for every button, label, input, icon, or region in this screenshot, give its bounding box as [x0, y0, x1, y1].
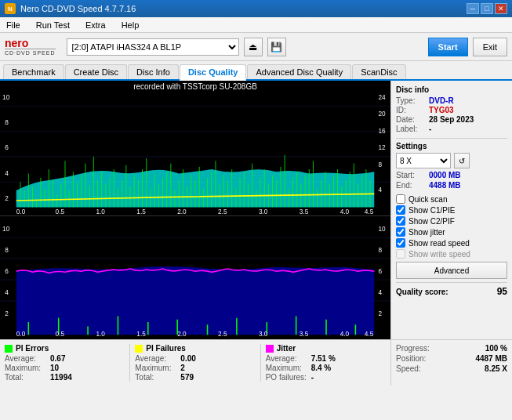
progress-label: Progress: — [396, 344, 430, 353]
pi-errors-avg-row: Average: 0.67 — [5, 354, 125, 363]
svg-text:4.5: 4.5 — [365, 331, 374, 339]
menu-run-test[interactable]: Run Test — [33, 20, 73, 31]
svg-text:4: 4 — [5, 168, 9, 176]
show-jitter-label: Show jitter — [409, 228, 445, 237]
settings-section: Settings 8 X ↺ Start: 0000 MB End: 4488 … — [396, 142, 507, 190]
show-read-speed-label: Show read speed — [409, 239, 470, 248]
exit-button[interactable]: Exit — [473, 38, 507, 56]
pi-errors-max-value: 10 — [50, 364, 59, 372]
svg-text:4.5: 4.5 — [365, 208, 374, 215]
eject-button[interactable]: ⏏ — [244, 38, 263, 56]
jitter-po-row: PO failures: - — [266, 373, 386, 382]
quality-score-row: Quality score: 95 — [396, 286, 507, 297]
pi-failures-title: PI Failures — [146, 344, 186, 353]
nero-logo-text: nero — [5, 38, 56, 49]
svg-text:4.0: 4.0 — [340, 208, 350, 215]
minimize-button[interactable]: ─ — [467, 3, 479, 14]
svg-text:0.0: 0.0 — [16, 331, 26, 339]
speed-row: Speed: 8.25 X — [396, 364, 507, 373]
type-label: Type: — [396, 96, 426, 105]
stats-area: PI Errors Average: 0.67 Maximum: 10 Tota… — [0, 340, 390, 386]
show-read-speed-checkbox[interactable] — [396, 238, 405, 248]
tab-disc-quality[interactable]: Disc Quality — [180, 64, 247, 81]
tab-disc-info[interactable]: Disc Info — [128, 64, 179, 79]
disc-label-row: Label: - — [396, 125, 507, 133]
svg-text:0.0: 0.0 — [16, 208, 26, 215]
close-button[interactable]: ✕ — [495, 3, 507, 14]
svg-text:20: 20 — [378, 110, 386, 118]
start-button[interactable]: Start — [428, 38, 468, 56]
pi-failures-total-row: Total: 579 — [135, 373, 255, 382]
pi-errors-total-value: 11994 — [50, 373, 72, 382]
quality-value: 95 — [497, 286, 507, 297]
show-c2-checkbox[interactable] — [396, 216, 405, 226]
jitter-po-value: - — [311, 373, 314, 382]
chart-title: recorded with TSSTcorp SU-208GB — [133, 82, 257, 91]
svg-text:2.0: 2.0 — [177, 331, 187, 339]
svg-text:2: 2 — [5, 194, 9, 202]
svg-text:24: 24 — [378, 93, 386, 101]
quick-scan-checkbox[interactable] — [396, 194, 405, 204]
advanced-button[interactable]: Advanced — [396, 262, 507, 279]
show-write-speed-checkbox[interactable] — [396, 249, 405, 259]
pi-errors-total-row: Total: 11994 — [5, 373, 125, 382]
title-bar-controls[interactable]: ─ □ ✕ — [467, 3, 507, 14]
show-c2-label: Show C2/PIF — [409, 217, 455, 226]
pi-failures-header: PI Failures — [135, 344, 255, 353]
show-jitter-row: Show jitter — [396, 227, 507, 237]
pi-errors-title: PI Errors — [16, 344, 49, 353]
toolbar: nero CD·DVD SPEED [2:0] ATAPI iHAS324 A … — [0, 33, 512, 61]
disc-info-section: Disc info Type: DVD-R ID: TYG03 Date: 28… — [396, 85, 507, 133]
jitter-max-row: Maximum: 8.4 % — [266, 364, 386, 372]
tab-benchmark[interactable]: Benchmark — [3, 64, 64, 79]
svg-text:3.5: 3.5 — [300, 331, 309, 339]
menu-file[interactable]: File — [3, 20, 24, 31]
start-row: Start: 0000 MB — [396, 171, 507, 179]
drive-select[interactable]: [2:0] ATAPI iHAS324 A BL1P — [67, 38, 239, 56]
tab-scan-disc[interactable]: ScanDisc — [352, 64, 405, 79]
show-write-speed-row: Show write speed — [396, 249, 507, 259]
jitter-group: Jitter Average: 7.51 % Maximum: 8.4 % PO… — [266, 344, 386, 382]
svg-text:16: 16 — [378, 127, 386, 135]
bottom-area: PI Errors Average: 0.67 Maximum: 10 Tota… — [0, 339, 512, 386]
speed-select[interactable]: 8 X — [396, 153, 451, 168]
menu-help[interactable]: Help — [118, 20, 143, 31]
position-row: Position: 4487 MB — [396, 354, 507, 363]
svg-text:6: 6 — [5, 143, 9, 151]
pi-errors-max-row: Maximum: 10 — [5, 364, 125, 372]
quality-label: Quality score: — [396, 288, 448, 296]
menu-extra[interactable]: Extra — [82, 20, 109, 31]
svg-text:12: 12 — [378, 143, 386, 151]
pi-errors-max-label: Maximum: — [5, 364, 47, 372]
pi-failures-total-label: Total: — [135, 373, 177, 382]
date-label: Date: — [396, 115, 426, 124]
svg-text:0.5: 0.5 — [56, 331, 65, 339]
maximize-button[interactable]: □ — [481, 3, 493, 14]
show-jitter-checkbox[interactable] — [396, 227, 405, 237]
speed-label: Speed: — [396, 364, 421, 373]
disc-info-title: Disc info — [396, 85, 507, 94]
save-button[interactable]: 💾 — [267, 38, 286, 56]
svg-text:6: 6 — [378, 268, 382, 276]
end-label: End: — [396, 181, 426, 190]
tab-create-disc[interactable]: Create Disc — [65, 64, 127, 79]
title-bar-text: Nero CD-DVD Speed 4.7.7.16 — [20, 4, 136, 13]
pi-failures-avg-value: 0.00 — [180, 354, 195, 363]
right-panel: Disc info Type: DVD-R ID: TYG03 Date: 28… — [390, 81, 512, 339]
tab-advanced-disc-quality[interactable]: Advanced Disc Quality — [247, 64, 351, 79]
pi-failures-group: PI Failures Average: 0.00 Maximum: 2 Tot… — [135, 344, 260, 382]
jitter-avg-label: Average: — [266, 354, 308, 363]
show-c2-row: Show C2/PIF — [396, 216, 507, 226]
svg-text:3.5: 3.5 — [300, 208, 309, 215]
svg-text:1.0: 1.0 — [96, 208, 105, 215]
pi-failures-max-value: 2 — [180, 364, 185, 372]
show-write-speed-label: Show write speed — [409, 250, 470, 259]
svg-text:2.5: 2.5 — [218, 208, 227, 215]
refresh-button[interactable]: ↺ — [454, 153, 470, 168]
show-c1-checkbox[interactable] — [396, 205, 405, 215]
svg-text:2: 2 — [378, 310, 382, 318]
svg-text:3.0: 3.0 — [259, 208, 268, 215]
app-icon: N — [5, 3, 16, 14]
pi-failures-max-label: Maximum: — [135, 364, 177, 372]
id-value: TYG03 — [429, 106, 454, 114]
